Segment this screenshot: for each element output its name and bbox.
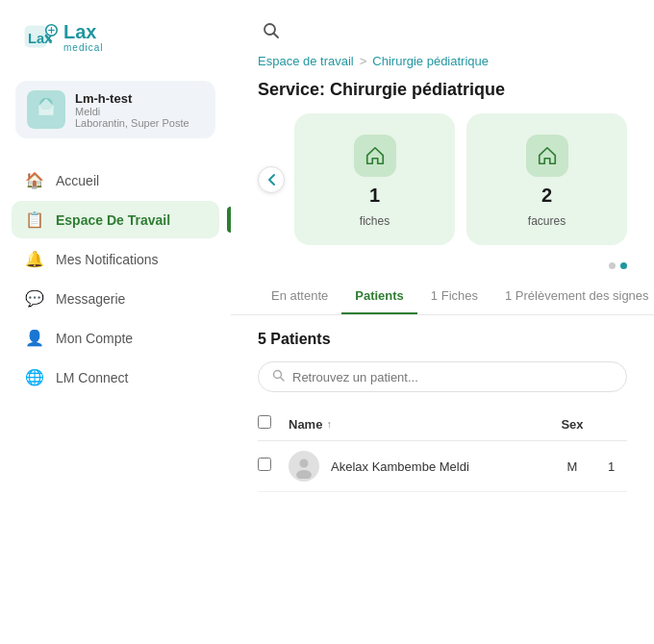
header-checkbox[interactable]: [258, 415, 277, 433]
sidebar-item-espace-travail[interactable]: 📋 Espace De Travail: [12, 201, 219, 238]
card-number-fiches: 1: [369, 185, 380, 207]
service-card-fiches[interactable]: 1 fiches: [294, 113, 455, 245]
patient-avatar-icon: [291, 454, 316, 479]
tab-fiches[interactable]: 1 Fiches: [417, 279, 491, 314]
house-icon: [365, 145, 386, 166]
cards-row: 1 fiches 2 facures: [294, 113, 627, 245]
row-1-sex: M: [548, 459, 596, 474]
row-1-avatar: [289, 451, 319, 482]
patient-search-input[interactable]: [292, 370, 613, 384]
chat-icon: 💬: [25, 289, 44, 308]
patients-table: Name ↑ Sex Akelax Kambembe Meldi: [258, 408, 627, 492]
user-name: Lm-h-test: [75, 91, 189, 106]
sidebar-item-lm-connect[interactable]: 🌐 LM Connect: [12, 359, 219, 396]
svg-point-15: [300, 459, 309, 468]
svg-line-13: [281, 378, 285, 382]
tab-en-attente[interactable]: En attente: [258, 279, 341, 314]
service-card-facures[interactable]: 2 facures: [466, 113, 627, 245]
card-prev-button[interactable]: [258, 166, 285, 193]
house-icon-2: [537, 145, 558, 166]
sidebar-label-espace-travail: Espace De Travail: [56, 212, 170, 228]
column-sex: Sex: [548, 417, 596, 432]
logo-area: Lax Lax medical: [0, 19, 231, 81]
row-checkbox-1[interactable]: [258, 458, 277, 475]
card-icon-facures: [526, 135, 568, 177]
chevron-left-icon: [266, 173, 276, 186]
sidebar: Lax Lax medical Lm-h-test Meldi Labor: [0, 0, 231, 644]
patients-count: 5 Patients: [258, 331, 627, 348]
sidebar-item-notifications[interactable]: 🔔 Mes Notifications: [12, 240, 219, 278]
avatar-image: [28, 91, 64, 128]
sort-icon[interactable]: ↑: [326, 418, 332, 430]
table-row: Akelax Kambembe Meldi M 1: [258, 441, 627, 492]
search-patient-icon: [272, 369, 285, 384]
breadcrumb-separator: >: [360, 54, 367, 68]
nav-menu: 🏠 Accueil 📋 Espace De Travail 🔔 Mes Noti…: [0, 161, 231, 396]
user-sub: Meldi: [75, 106, 189, 117]
sidebar-label-messagerie: Messagerie: [56, 291, 125, 307]
sidebar-label-notifications: Mes Notifications: [56, 252, 159, 267]
patient-search-box[interactable]: [258, 361, 627, 392]
column-name: Name ↑: [289, 417, 537, 432]
logo-icon: Lax: [23, 19, 58, 54]
page-title: Service: Chirurgie pédiatrique: [231, 76, 654, 113]
tab-patients[interactable]: Patients: [341, 279, 417, 314]
user-info: Lm-h-test Meldi Laborantin, Super Poste: [75, 91, 189, 129]
dot-1: [609, 262, 616, 269]
home-icon: 🏠: [25, 171, 44, 189]
card-label-facures: facures: [528, 214, 566, 228]
patients-section: 5 Patients Name ↑ Sex: [231, 331, 654, 492]
sidebar-label-lm-connect: LM Connect: [56, 370, 128, 385]
main-content: Espace de travail > Chirurgie pédiatriqu…: [231, 0, 654, 644]
sidebar-item-compte[interactable]: 👤 Mon Compte: [12, 319, 219, 357]
sidebar-label-compte: Mon Compte: [56, 331, 133, 346]
card-number-facures: 2: [541, 185, 552, 207]
sidebar-label-accueil: Accueil: [56, 173, 99, 188]
tabs: En attente Patients 1 Fiches 1 Prélèveme…: [231, 279, 654, 315]
col-name-label: Name: [289, 417, 322, 432]
breadcrumb-current: Chirurgie pédiatrique: [372, 54, 489, 68]
breadcrumb-home[interactable]: Espace de travail: [258, 54, 354, 68]
sidebar-item-messagerie[interactable]: 💬 Messagerie: [12, 280, 219, 317]
svg-line-11: [274, 34, 279, 38]
top-bar: [231, 0, 654, 54]
row-1-extra: 1: [608, 459, 627, 474]
dot-2: [620, 262, 627, 269]
logo-text-lax: Lax: [63, 21, 103, 42]
globe-icon: 🌐: [25, 368, 44, 386]
workspace-icon: 📋: [25, 211, 44, 229]
logo-text-medical: medical: [63, 42, 103, 53]
breadcrumb: Espace de travail > Chirurgie pédiatriqu…: [231, 54, 654, 76]
user-role: Laborantin, Super Poste: [75, 117, 189, 129]
row-1-name: Akelax Kambembe Meldi: [331, 459, 537, 474]
select-all-checkbox[interactable]: [258, 415, 271, 429]
table-header: Name ↑ Sex: [258, 408, 627, 441]
card-dots: [231, 262, 654, 269]
search-icon: [263, 22, 280, 39]
user-card: Lm-h-test Meldi Laborantin, Super Poste: [15, 81, 215, 138]
account-icon: 👤: [25, 329, 44, 347]
search-button[interactable]: [258, 17, 285, 44]
card-label-fiches: fiches: [360, 214, 390, 228]
sidebar-item-accueil[interactable]: 🏠 Accueil: [12, 161, 219, 199]
service-cards: 1 fiches 2 facures: [231, 113, 654, 262]
avatar: [27, 90, 65, 129]
bell-icon: 🔔: [25, 250, 44, 268]
tab-prelevement[interactable]: 1 Prélèvement des signes: [491, 279, 654, 314]
card-icon-fiches: [354, 135, 396, 177]
row-1-checkbox[interactable]: [258, 458, 271, 471]
